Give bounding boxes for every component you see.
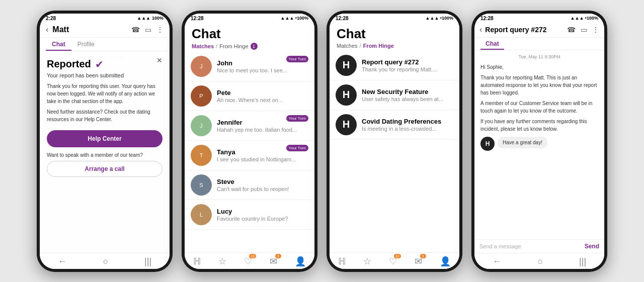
hinge-bubble-4: Have a great day!: [498, 137, 547, 148]
nav-profile-icon-3[interactable]: 👤: [440, 256, 451, 267]
hinge-avatar-1: H: [336, 55, 357, 76]
back-button-4[interactable]: ‹: [479, 25, 482, 34]
avatar-lucy: L: [191, 204, 212, 225]
phones-container: 2:28 ▲▲▲ 100% ‹ Matt ☎ ▭ ⋮ Chat Profile: [37, 11, 607, 272]
time-2: 12:28: [191, 16, 204, 21]
nav-chat-icon-3[interactable]: ✉ 3: [415, 256, 422, 267]
list-item[interactable]: J John Nice to meet you too. I see... Yo…: [185, 52, 314, 81]
list-preview-pete: Ah nice. Where's next on...: [217, 97, 308, 103]
video-icon-4[interactable]: ▭: [581, 26, 587, 34]
nav-chat-icon[interactable]: ✉ 3: [270, 256, 277, 267]
your-turn-badge-tanya: Your Turn: [286, 145, 308, 151]
breadcrumb-sep: /: [216, 43, 217, 49]
time-3: 12:28: [336, 16, 349, 21]
nav-star-icon[interactable]: ☆: [218, 256, 226, 267]
p4-bottom-nav: ← ○ |||: [474, 253, 604, 269]
list-content-security: New Security Feature User safety has alw…: [362, 88, 453, 102]
nav-hinge-icon-3[interactable]: ℍ: [338, 256, 346, 267]
p1-bottom-nav: ← ○ |||: [40, 253, 170, 269]
list-content-covid: Covid Dating Preferences Is meeting in a…: [362, 118, 453, 132]
list-item[interactable]: S Steve Can't wait for pubs to reopen!: [185, 170, 314, 200]
notification-badge: 1: [251, 43, 258, 50]
modal-subtitle: Your report has been submitted: [47, 72, 163, 78]
tab-chat-1[interactable]: Chat: [46, 38, 71, 51]
phone-3: 12:28 ▲▲▲ •100% Chat Matches / From Hing…: [327, 11, 462, 272]
nav-back-4[interactable]: ←: [493, 256, 502, 267]
modal-close-button[interactable]: ✕: [156, 56, 163, 64]
p3-breadcrumb: Matches / From Hinge: [337, 43, 452, 49]
more-icon[interactable]: ⋮: [156, 26, 164, 34]
covid-prefs-preview: Is meeting in a less-crowded...: [362, 126, 453, 132]
modal-body-1: Thank you for reporting this user. Your …: [47, 82, 163, 105]
list-preview-john: Nice to meet you too. I see...: [217, 67, 308, 73]
back-icon[interactable]: ‹: [46, 25, 48, 34]
list-item[interactable]: J Jennifer Hahah yep me too. Italian foo…: [185, 111, 314, 141]
tab-chat-4[interactable]: Chat: [480, 38, 504, 50]
security-feature-name: New Security Feature: [362, 88, 453, 96]
list-item-covid[interactable]: H Covid Dating Preferences Is meeting in…: [330, 110, 459, 140]
send-button-4[interactable]: Send: [585, 243, 599, 250]
list-item[interactable]: P Pete Ah nice. Where's next on...: [185, 81, 314, 111]
list-preview-tanya: I see you studied in Nottingam...: [217, 156, 308, 162]
status-bar-2: 12:28 ▲▲▲ •100%: [185, 14, 314, 22]
breadcrumb-sep-3: /: [360, 43, 361, 49]
phone-1: 2:28 ▲▲▲ 100% ‹ Matt ☎ ▭ ⋮ Chat Profile: [37, 11, 173, 272]
p4-title: Report query #272: [485, 26, 567, 34]
list-item[interactable]: T Tanya I see you studied in Nottingam..…: [185, 141, 314, 170]
nav-home-1[interactable]: ○: [103, 256, 109, 267]
chat-bg-1: Tue, May 11 7:30PM Hi Sophie ✕ Reported …: [40, 51, 170, 253]
p2-header: Chat Matches / From Hinge 1: [185, 22, 314, 52]
time-4: 12:28: [480, 16, 494, 21]
call-icon[interactable]: ☎: [131, 26, 140, 34]
modal-body-2: Need further assistance? Check out the d…: [47, 108, 163, 123]
nav-home-4[interactable]: ○: [538, 256, 543, 267]
nav-profile-icon[interactable]: 👤: [295, 256, 306, 267]
nav-heart-icon[interactable]: ♡ 12: [244, 256, 252, 267]
avatar-pete: P: [191, 85, 212, 107]
modal-want-text: Want to speak with a member of our team?: [47, 152, 163, 158]
p1-tabs: Chat Profile: [40, 38, 170, 51]
breadcrumb-matches[interactable]: Matches: [192, 43, 214, 49]
nav-recents-1[interactable]: |||: [144, 256, 151, 267]
list-item-report[interactable]: H Report query #272 Thank you for report…: [330, 51, 459, 80]
breadcrumb-matches-3[interactable]: Matches: [337, 43, 358, 49]
list-content-steve: Steve Can't wait for pubs to reopen!: [217, 178, 308, 192]
list-preview-jennifer: Hahah yep me too. Italian food...: [217, 127, 308, 133]
nav-star-icon-3[interactable]: ☆: [363, 256, 371, 267]
your-turn-badge-jennifer: Your Turn: [286, 115, 308, 122]
avatar-jennifer: J: [191, 115, 212, 136]
status-bar-1: 2:28 ▲▲▲ 100%: [40, 14, 170, 22]
more-icon-4[interactable]: ⋮: [592, 26, 599, 34]
p4-header-icons: ☎ ▭ ⋮: [567, 26, 599, 34]
help-center-button[interactable]: Help Center: [47, 130, 163, 147]
covid-prefs-name: Covid Dating Preferences: [362, 118, 453, 125]
arrange-call-button[interactable]: Arrange a call: [47, 161, 163, 177]
breadcrumb-from-hinge[interactable]: From Hinge: [219, 43, 248, 49]
p2-chat-list: J John Nice to meet you too. I see... Yo…: [185, 52, 314, 252]
modal-title-row: Reported ✔: [47, 58, 163, 70]
video-icon[interactable]: ▭: [145, 26, 151, 34]
report-query-name: Report query #272: [362, 58, 453, 66]
p3-title: Chat: [337, 26, 452, 42]
status-bar-4: 12:28 ▲▲▲ •100%: [474, 14, 604, 22]
nav-recents-4[interactable]: |||: [579, 256, 586, 267]
tab-profile-1[interactable]: Profile: [71, 38, 101, 51]
list-content-lucy: Lucy Favourite country in Europe?: [217, 208, 308, 222]
p4-chat-area: Tue, May 11 9:30PM Hi Sophie, Thank you …: [474, 50, 604, 239]
message-input-4[interactable]: Send a message: [479, 243, 585, 249]
list-name-lucy: Lucy: [217, 208, 308, 215]
report-query-preview: Thank you for reporting Matt....: [362, 66, 453, 72]
p2-breadcrumb: Matches / From Hinge 1: [192, 43, 307, 50]
list-item-security[interactable]: H New Security Feature User safety has a…: [330, 80, 459, 110]
list-content-pete: Pete Ah nice. Where's next on...: [217, 89, 308, 103]
p4-header: ‹ Report query #272 ☎ ▭ ⋮: [474, 22, 604, 38]
chat-timestamp-4: Tue, May 11 9:30PM: [480, 54, 598, 59]
breadcrumb-from-3[interactable]: From Hinge: [363, 43, 394, 49]
nav-back-1[interactable]: ←: [58, 256, 67, 267]
list-name-steve: Steve: [217, 178, 308, 185]
list-item[interactable]: L Lucy Favourite country in Europe?: [185, 200, 314, 230]
nav-heart-icon-3[interactable]: ♡ 12: [389, 256, 397, 267]
nav-hinge-icon[interactable]: ℍ: [193, 256, 201, 267]
phone-4: 12:28 ▲▲▲ •100% ‹ Report query #272 ☎ ▭ …: [471, 11, 607, 272]
call-icon-4[interactable]: ☎: [567, 26, 576, 34]
